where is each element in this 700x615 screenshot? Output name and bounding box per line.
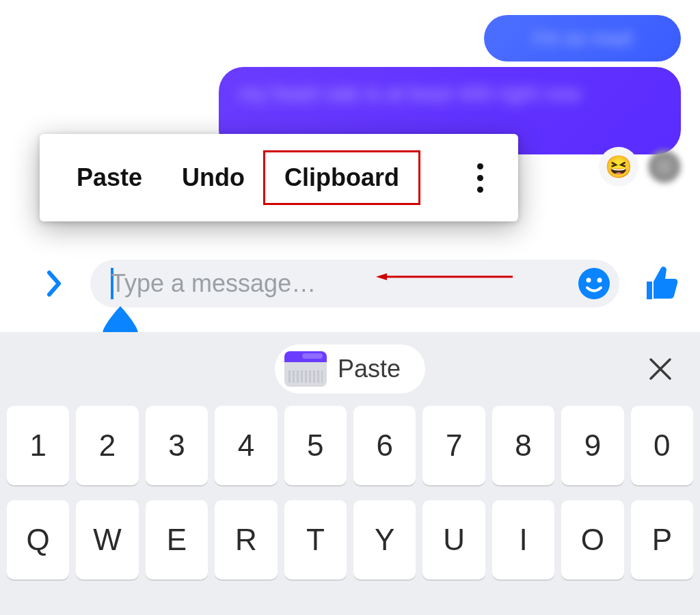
key-e[interactable]: E [146, 500, 208, 579]
svg-point-2 [597, 278, 602, 283]
key-0[interactable]: 0 [631, 406, 693, 485]
keyboard-key-rows: 1 2 3 4 5 6 7 8 9 0 Q W E R T Y U I O P [0, 406, 700, 579]
keyboard-suggestion-bar: Paste [0, 332, 700, 406]
key-8[interactable]: 8 [492, 406, 554, 485]
text-context-menu: Paste Undo Clipboard [40, 134, 518, 221]
key-3[interactable]: 3 [146, 406, 208, 485]
close-icon[interactable] [647, 355, 674, 383]
keyboard-number-row: 1 2 3 4 5 6 7 8 9 0 [7, 406, 693, 485]
key-i[interactable]: I [492, 500, 554, 579]
more-vertical-icon[interactable] [463, 156, 496, 200]
message-input[interactable]: Type a message… [90, 260, 619, 308]
paste-menu-item[interactable]: Paste [62, 156, 157, 199]
key-w[interactable]: W [76, 500, 138, 579]
key-1[interactable]: 1 [7, 406, 69, 485]
message-input-placeholder: Type a message… [111, 269, 316, 298]
annotation-arrow-icon [376, 273, 513, 280]
key-7[interactable]: 7 [422, 406, 485, 485]
key-y[interactable]: Y [353, 500, 416, 579]
undo-menu-item[interactable]: Undo [167, 156, 260, 199]
outgoing-message-blurred-text: my heart rate is at least 400 right now [239, 79, 581, 108]
key-r[interactable]: R [215, 500, 277, 579]
svg-point-0 [578, 268, 610, 299]
avatar-icon[interactable] [648, 150, 681, 183]
message-reaction-row: 😆 [599, 147, 681, 187]
key-5[interactable]: 5 [284, 406, 347, 485]
paste-suggestion-chip[interactable]: Paste [275, 344, 425, 394]
key-p[interactable]: P [631, 500, 693, 579]
key-6[interactable]: 6 [353, 406, 416, 485]
chevron-right-icon[interactable] [38, 267, 71, 300]
key-u[interactable]: U [422, 500, 485, 579]
thumbs-up-icon[interactable] [636, 260, 682, 307]
outgoing-message-blurred-text: I'm so mad [533, 27, 632, 50]
message-input-row: Type a message… [0, 253, 700, 314]
svg-point-1 [587, 278, 591, 283]
clipboard-preview-icon [284, 351, 327, 387]
key-t[interactable]: T [284, 500, 347, 579]
laughing-emoji-icon[interactable]: 😆 [599, 147, 638, 187]
svg-marker-4 [376, 273, 387, 280]
smiley-icon[interactable] [578, 268, 610, 299]
key-q[interactable]: Q [7, 500, 69, 579]
key-4[interactable]: 4 [215, 406, 277, 485]
outgoing-message-bubble[interactable]: I'm so mad [484, 15, 681, 62]
key-2[interactable]: 2 [76, 406, 138, 485]
paste-chip-label: Paste [338, 355, 401, 383]
clipboard-menu-item[interactable]: Clipboard [269, 156, 414, 199]
keyboard-letter-row: Q W E R T Y U I O P [7, 500, 693, 579]
on-screen-keyboard: Paste 1 2 3 4 5 6 7 8 9 0 Q W E R T Y U … [0, 332, 700, 615]
key-o[interactable]: O [561, 500, 623, 579]
key-9[interactable]: 9 [561, 406, 623, 485]
